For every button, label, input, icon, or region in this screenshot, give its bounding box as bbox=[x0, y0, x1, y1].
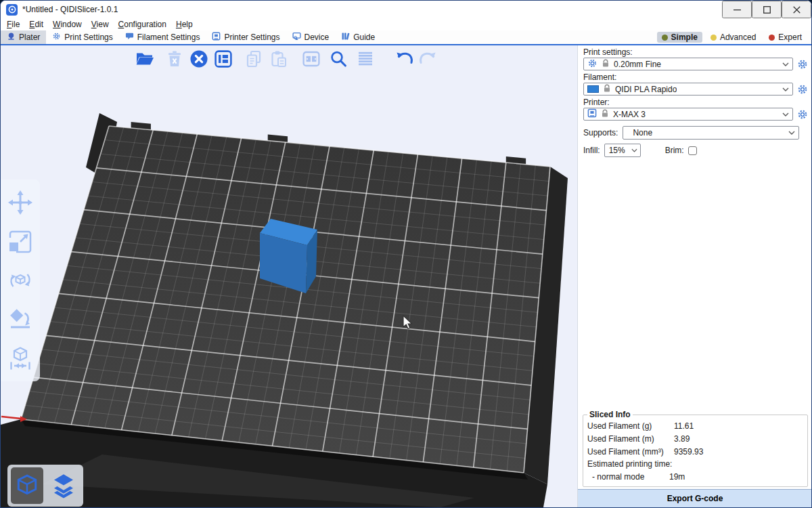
printer-icon bbox=[587, 108, 597, 120]
copy-icon[interactable] bbox=[243, 47, 266, 70]
filament-color-swatch bbox=[587, 85, 599, 93]
gear-icon bbox=[52, 32, 61, 43]
infill-combo[interactable]: 15% bbox=[604, 144, 641, 157]
lock-icon bbox=[603, 84, 611, 95]
window-title: *Untitled - QIDISlicer-1.0.1 bbox=[22, 5, 118, 14]
mode-advanced[interactable]: Advanced bbox=[706, 32, 761, 43]
expert-dot-icon bbox=[769, 35, 775, 41]
3d-viewport[interactable] bbox=[1, 45, 577, 507]
menu-configuration[interactable]: Configuration bbox=[114, 20, 171, 29]
brim-checkbox[interactable] bbox=[688, 146, 697, 155]
supports-value: None bbox=[633, 128, 652, 137]
scale-gizmo-icon[interactable] bbox=[5, 226, 36, 257]
plater-toolbar bbox=[133, 47, 439, 70]
close-button[interactable] bbox=[782, 1, 811, 18]
filament-combo[interactable]: QIDI PLA Rapido bbox=[583, 83, 793, 96]
gear-icon bbox=[587, 58, 597, 70]
place-on-face-gizmo-icon[interactable] bbox=[5, 303, 36, 335]
simple-dot-icon bbox=[662, 35, 668, 41]
menu-help[interactable]: Help bbox=[171, 20, 198, 29]
tab-guide[interactable]: Guide bbox=[335, 30, 381, 44]
gizmo-toolbar bbox=[1, 179, 40, 381]
menu-file[interactable]: File bbox=[2, 20, 24, 29]
rotate-gizmo-icon[interactable] bbox=[5, 265, 36, 296]
chevron-down-icon bbox=[782, 87, 789, 91]
print-settings-label: Print settings: bbox=[583, 47, 807, 57]
panel-spacer bbox=[578, 157, 812, 410]
tab-print-settings[interactable]: Print Settings bbox=[46, 30, 118, 44]
tab-bar: Plater Print Settings Filament Settings … bbox=[1, 30, 811, 45]
tab-plater[interactable]: Plater bbox=[1, 30, 46, 44]
filament-icon bbox=[125, 32, 134, 43]
maximize-button[interactable] bbox=[752, 1, 782, 18]
lock-icon bbox=[602, 59, 610, 70]
filament-value: QIDI PLA Rapido bbox=[615, 85, 677, 94]
tab-device[interactable]: Device bbox=[286, 30, 336, 44]
printing-time-row: - normal mode 19m bbox=[587, 470, 803, 483]
lock-icon bbox=[601, 109, 609, 120]
chevron-down-icon bbox=[788, 131, 795, 135]
printer-combo[interactable]: X-MAX 3 bbox=[583, 108, 793, 121]
app-window: *Untitled - QIDISlicer-1.0.1 File Edit W… bbox=[0, 0, 812, 508]
title-bar: *Untitled - QIDISlicer-1.0.1 bbox=[1, 1, 811, 18]
sliced-info-row: Used Filament (mm³) 9359.93 bbox=[587, 445, 803, 458]
chevron-down-icon bbox=[782, 112, 789, 117]
search-icon[interactable] bbox=[327, 47, 350, 70]
redo-icon[interactable] bbox=[416, 47, 439, 70]
app-logo-icon bbox=[6, 4, 18, 16]
minimize-button[interactable] bbox=[722, 1, 752, 18]
mode-switcher: Simple Advanced Expert bbox=[657, 30, 811, 44]
build-plate-scene bbox=[1, 45, 577, 507]
open-folder-icon[interactable] bbox=[133, 47, 156, 70]
move-gizmo-icon[interactable] bbox=[5, 187, 36, 218]
filament-label: Filament: bbox=[583, 72, 807, 82]
chevron-down-icon bbox=[631, 148, 637, 152]
arrange-icon[interactable] bbox=[212, 47, 235, 70]
guide-icon bbox=[341, 32, 350, 43]
printer-label: Printer: bbox=[583, 98, 807, 107]
sliced-info-box: Sliced Info Used Filament (g) 11.61 Used… bbox=[583, 410, 808, 487]
menu-view[interactable]: View bbox=[87, 20, 114, 29]
split-instances-icon[interactable] bbox=[300, 47, 323, 70]
settings-panel: Print settings: 0.20mm Fine Filament: QI… bbox=[577, 45, 812, 507]
export-gcode-button[interactable]: Export G-code bbox=[578, 489, 812, 507]
infill-label: Infill: bbox=[583, 146, 600, 155]
menu-window[interactable]: Window bbox=[48, 20, 87, 29]
printing-time-header: Estimated printing time: bbox=[587, 458, 803, 470]
filament-gear-button[interactable] bbox=[796, 83, 809, 96]
delete-all-icon[interactable] bbox=[187, 47, 210, 70]
print-settings-value: 0.20mm Fine bbox=[614, 60, 661, 69]
menu-edit[interactable]: Edit bbox=[24, 20, 48, 29]
infill-value: 15% bbox=[609, 146, 625, 155]
preview-layers-icon[interactable] bbox=[47, 467, 80, 504]
tab-filament-settings[interactable]: Filament Settings bbox=[119, 30, 206, 44]
delete-icon[interactable] bbox=[163, 47, 186, 70]
cut-gizmo-icon[interactable] bbox=[5, 343, 36, 374]
undo-icon[interactable] bbox=[393, 47, 416, 70]
printer-value: X-MAX 3 bbox=[613, 110, 646, 119]
paste-icon[interactable] bbox=[267, 47, 290, 70]
sliced-info-row: Used Filament (m) 3.89 bbox=[587, 432, 803, 445]
device-icon bbox=[292, 32, 301, 43]
variable-layer-height-icon[interactable] bbox=[354, 47, 377, 70]
brim-label: Brim: bbox=[665, 146, 684, 155]
printer-gear-button[interactable] bbox=[796, 108, 809, 121]
view-mode-switch bbox=[7, 465, 83, 507]
printer-icon bbox=[212, 32, 221, 43]
plater-icon bbox=[7, 32, 16, 43]
mode-expert[interactable]: Expert bbox=[764, 32, 807, 43]
menu-bar: File Edit Window View Configuration Help bbox=[1, 18, 811, 30]
mode-simple[interactable]: Simple bbox=[657, 32, 702, 43]
tab-printer-settings[interactable]: Printer Settings bbox=[206, 30, 286, 44]
sliced-info-row: Used Filament (g) 11.61 bbox=[587, 419, 803, 432]
3d-editor-view-icon[interactable] bbox=[11, 467, 43, 504]
advanced-dot-icon bbox=[710, 35, 717, 41]
chevron-down-icon bbox=[782, 62, 789, 66]
print-settings-gear-button[interactable] bbox=[796, 58, 809, 70]
supports-label: Supports: bbox=[583, 128, 618, 137]
print-settings-combo[interactable]: 0.20mm Fine bbox=[583, 58, 793, 70]
supports-combo[interactable]: None bbox=[623, 126, 799, 140]
sliced-info-title: Sliced Info bbox=[587, 410, 633, 419]
